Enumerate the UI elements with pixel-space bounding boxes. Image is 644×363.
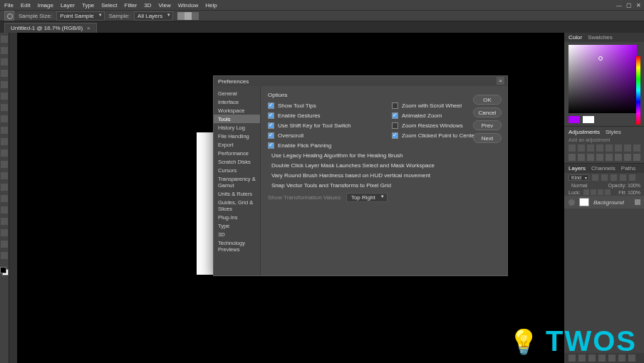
brush-tool-icon[interactable] [1, 115, 8, 122]
fg-bg-color-icon[interactable] [1, 268, 8, 275]
checkbox-icon[interactable] [268, 112, 274, 119]
prefs-cat-file[interactable]: File Handling [214, 132, 260, 140]
prefs-cat-scratch[interactable]: Scratch Disks [214, 157, 260, 166]
tab-close-icon[interactable]: × [87, 25, 90, 31]
prefs-cat-transparency[interactable]: Transparency & Gamut [214, 174, 260, 189]
hue-slider[interactable] [636, 56, 640, 125]
pen-tool-icon[interactable] [1, 195, 8, 202]
tab-styles[interactable]: Styles [606, 129, 621, 135]
background-swatch[interactable] [583, 116, 594, 123]
menu-image[interactable]: Image [38, 2, 53, 9]
checkbox-icon[interactable] [392, 122, 398, 129]
checkbox-icon[interactable] [268, 132, 274, 139]
prefs-cat-history[interactable]: History Log [214, 123, 260, 132]
adj-bw-icon[interactable] [633, 144, 640, 152]
fill-value[interactable]: 100% [628, 190, 640, 195]
prefs-cat-export[interactable]: Export [214, 140, 260, 149]
tab-swatches[interactable]: Swatches [588, 34, 613, 41]
checkbox-icon[interactable] [392, 102, 398, 109]
filter-pixel-icon[interactable] [592, 174, 598, 181]
layer-lock-icon[interactable] [635, 199, 640, 205]
adj-selective-icon[interactable] [633, 154, 640, 161]
opt-show-tooltips[interactable]: Show Tool Tips [268, 102, 392, 109]
menu-select[interactable]: Select [101, 2, 117, 9]
transform-values-dropdown[interactable]: Top Right [346, 193, 388, 202]
opt-legacy-healing[interactable]: Use Legacy Healing Algorithm for the Hea… [268, 152, 500, 159]
menu-type[interactable]: Type [82, 2, 94, 9]
history-brush-tool-icon[interactable] [1, 138, 8, 145]
adj-hue-icon[interactable] [615, 144, 622, 152]
adj-lookup-icon[interactable] [587, 154, 594, 161]
filter-shape-icon[interactable] [620, 174, 626, 181]
opt-shift-tool-switch[interactable]: Use Shift Key for Tool Switch [268, 122, 392, 129]
adj-threshold-icon[interactable] [615, 154, 622, 161]
tab-adjustments[interactable]: Adjustments [568, 129, 600, 135]
document-tab[interactable]: Untitled-1 @ 16.7% (RGB/8) × [4, 23, 97, 33]
menu-3d[interactable]: 3D [144, 2, 151, 9]
sample-size-dropdown[interactable]: Point Sample [56, 11, 105, 21]
checkbox-icon[interactable] [268, 142, 274, 149]
adj-balance-icon[interactable] [624, 144, 631, 152]
cancel-button[interactable]: Cancel [473, 107, 502, 117]
eraser-tool-icon[interactable] [1, 149, 8, 157]
dodge-tool-icon[interactable] [1, 184, 8, 191]
prev-button[interactable]: Prev [473, 120, 502, 130]
prefs-cat-plugins[interactable]: Plug-Ins [214, 213, 260, 221]
checkbox-icon[interactable] [268, 122, 274, 129]
layer-visibility-icon[interactable] [568, 199, 575, 206]
layer-row-background[interactable]: Background [564, 196, 644, 209]
checkbox-icon[interactable] [392, 132, 398, 139]
dialog-titlebar[interactable]: Preferences × [214, 76, 507, 86]
prefs-cat-type[interactable]: Type [214, 221, 260, 230]
collapsed-panel-strip[interactable] [9, 33, 17, 363]
prefs-cat-3d[interactable]: 3D [214, 230, 260, 238]
eyedropper-tool-icon[interactable] [1, 93, 8, 100]
color-picker-field[interactable] [568, 45, 637, 113]
menu-filter[interactable]: Filter [125, 2, 137, 9]
marquee-tool-icon[interactable] [1, 47, 8, 54]
sample-dropdown[interactable]: All Layers [134, 11, 173, 21]
opt-flick-panning[interactable]: Enable Flick Panning [268, 142, 392, 149]
window-close-icon[interactable]: ✕ [636, 2, 641, 9]
crop-tool-icon[interactable] [1, 81, 8, 88]
prefs-cat-performance[interactable]: Performance [214, 149, 260, 157]
filter-type-icon[interactable] [611, 174, 617, 181]
opt-brush-hardness-hud[interactable]: Vary Round Brush Hardness based on HUD v… [268, 172, 500, 179]
menu-layer[interactable]: Layer [61, 2, 75, 9]
prefs-cat-tools[interactable]: Tools [214, 115, 260, 123]
shape-tool-icon[interactable] [1, 229, 8, 236]
checkbox-icon[interactable] [268, 102, 274, 109]
tab-color[interactable]: Color [568, 34, 582, 41]
tab-layers[interactable]: Layers [568, 165, 586, 172]
lock-artboard-icon[interactable] [598, 189, 603, 195]
tab-channels[interactable]: Channels [591, 165, 616, 172]
menu-help[interactable]: Help [205, 2, 217, 9]
adj-channel-mixer-icon[interactable] [578, 154, 585, 161]
path-select-tool-icon[interactable] [1, 218, 8, 225]
lock-all-icon[interactable] [605, 189, 611, 195]
opt-dblclick-mask[interactable]: Double Click Layer Mask Launches Select … [268, 162, 500, 169]
layer-thumbnail[interactable] [579, 198, 589, 206]
filter-smart-icon[interactable] [629, 174, 635, 181]
opt-overscroll[interactable]: Overscroll [268, 132, 392, 139]
adj-posterize-icon[interactable] [606, 154, 613, 161]
adj-levels-icon[interactable] [578, 144, 585, 152]
lasso-tool-icon[interactable] [1, 58, 8, 65]
adj-photo-filter-icon[interactable] [568, 154, 576, 161]
blur-tool-icon[interactable] [1, 172, 8, 179]
adj-gradient-map-icon[interactable] [624, 154, 631, 161]
menu-file[interactable]: File [4, 2, 14, 9]
checkbox-icon[interactable] [392, 112, 398, 119]
ok-button[interactable]: OK [473, 95, 502, 105]
layer-filter-kind-dropdown[interactable]: Kind [568, 174, 589, 181]
prefs-cat-tech[interactable]: Technology Previews [214, 238, 260, 253]
adj-curves-icon[interactable] [587, 144, 594, 152]
gradient-tool-icon[interactable] [1, 161, 8, 168]
next-button[interactable]: Next [473, 133, 502, 143]
spot-heal-tool-icon[interactable] [1, 104, 8, 111]
adj-vibrance-icon[interactable] [606, 144, 613, 152]
opt-enable-gestures[interactable]: Enable Gestures [268, 112, 392, 119]
prefs-cat-cursors[interactable]: Cursors [214, 166, 260, 174]
menu-edit[interactable]: Edit [21, 2, 31, 9]
layer-name[interactable]: Background [593, 199, 624, 206]
